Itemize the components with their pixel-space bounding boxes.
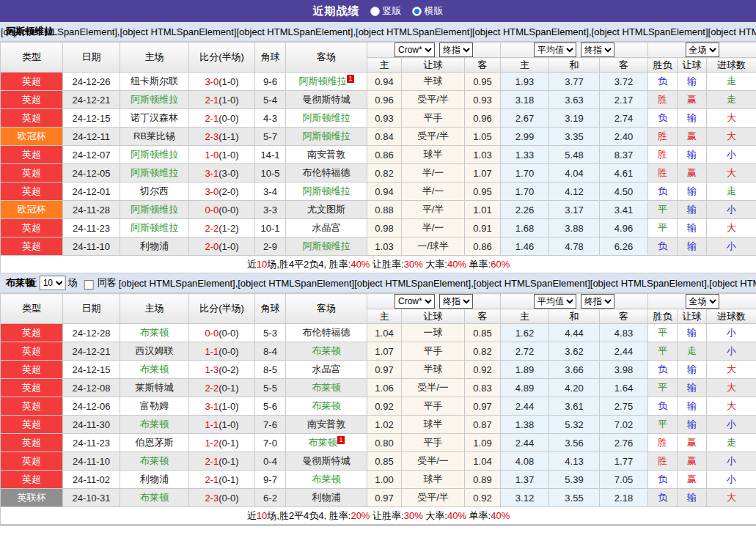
euro-away-odds: 2.74: [600, 109, 648, 128]
home-team-name: 纽卡斯尔联: [131, 75, 178, 86]
ah-away-odds: 0.89: [465, 471, 501, 489]
league-badge: 英超: [1, 434, 63, 452]
euro-home-odds: 1.70: [501, 183, 549, 201]
match-score: 1-0(1-0): [189, 146, 255, 164]
ah-away-odds: 0.95: [465, 183, 501, 201]
near-label: 近: [28, 276, 37, 290]
corner-score: 5-5: [255, 379, 286, 397]
league-badge: 英超: [1, 452, 63, 471]
handicap-line: 受半/一: [402, 452, 465, 471]
bookmaker-select[interactable]: Crow*: [394, 294, 435, 309]
match-score: 3-1(3-0): [189, 164, 255, 183]
euro-away-odds: 2.17: [600, 91, 648, 109]
home-team: 富勒姆: [120, 397, 189, 416]
radio-horizontal-icon[interactable]: [412, 7, 422, 16]
result-handicap: 输: [678, 201, 707, 219]
final-odds-1-select[interactable]: 终指: [439, 294, 473, 309]
result-outcome: 负: [648, 361, 678, 379]
match-score: 2-3(0-0): [189, 489, 255, 507]
home-team: 利物浦: [120, 471, 189, 489]
result-handicap: 输: [678, 489, 707, 507]
radio-horizontal[interactable]: 横版: [412, 4, 444, 18]
euro-home-odds: 2.72: [501, 342, 549, 361]
league-badge: 英超: [1, 324, 63, 342]
match-date: 24-12-06: [63, 397, 120, 416]
euro-away-odds: 2.76: [600, 434, 648, 452]
euro-away-odds: 2.75: [600, 397, 648, 416]
euro-draw-odds: 5.39: [549, 471, 600, 489]
euro-draw-odds: 3.17: [549, 201, 600, 219]
euro-draw-odds: 3.61: [549, 397, 600, 416]
away-team: 南安普敦: [286, 416, 367, 434]
ah-away-odds: 0.85: [465, 324, 501, 342]
league-badge: 英超: [1, 342, 63, 361]
league-badge: 英超: [1, 361, 63, 379]
ah-away-odds: 0.83: [465, 379, 501, 397]
euro-draw-odds: 3.19: [549, 109, 600, 128]
summary-segment: 近: [247, 259, 257, 270]
ah-away-odds: 1.05: [465, 128, 501, 146]
fulltime-score: 3-1: [205, 401, 219, 412]
final-odds-2-select[interactable]: 终指: [581, 43, 614, 57]
match-count-select[interactable]: 10: [40, 276, 66, 290]
league-badge: 英超: [1, 416, 63, 434]
sub-col-header: 客: [465, 309, 501, 324]
ah-home-odds: 0.86: [367, 146, 402, 164]
result-goals: 大: [707, 489, 756, 507]
table-row: 英超24-12-07阿斯顿维拉1-0(1-0)14-1南安普敦0.86球半1.0…: [1, 146, 756, 164]
halftime-score: (1-0): [219, 419, 238, 430]
halftime-score: (0-1): [219, 456, 238, 467]
euro-odds-header: 平均值终指: [501, 294, 648, 309]
handicap-line: 平手: [402, 434, 465, 452]
col-header: 类型: [1, 294, 63, 324]
result-handicap: 赢: [678, 452, 707, 471]
result-goals: 走: [707, 183, 756, 201]
handicap-line: 半/一: [402, 219, 465, 237]
ah-away-odds: 1.03: [465, 146, 501, 164]
result-handicap: 赢: [678, 471, 707, 489]
ah-home-odds: 0.92: [367, 397, 402, 416]
euro-away-odds: 3.72: [600, 73, 648, 91]
average-select[interactable]: 平均值: [534, 43, 576, 57]
match-date: 24-11-02: [63, 471, 120, 489]
handicap-line: 一/球半: [402, 237, 465, 256]
summary-row: 近10场,胜2平4负4, 胜率:20% 让胜率:30% 大率:40% 单率:40…: [1, 507, 756, 525]
bookmaker-select[interactable]: Crow*: [394, 43, 435, 57]
away-team-name: 布伦特福德: [303, 327, 351, 338]
corner-score: 2-9: [255, 237, 286, 256]
result-handicap: 输: [678, 361, 707, 379]
match-score: 0-0(0-0): [189, 324, 255, 342]
euro-away-odds: 1.77: [600, 452, 648, 471]
result-outcome: 平: [648, 379, 678, 397]
result-header: 全场: [648, 43, 756, 58]
halftime-score: (0-1): [219, 383, 238, 394]
radio-vertical-icon[interactable]: [370, 7, 380, 16]
home-team: 伯恩茅斯: [120, 434, 189, 452]
checkbox-same-venue[interactable]: [84, 280, 94, 290]
col-header: 类型: [1, 43, 63, 73]
sub-col-header: 胜负: [648, 309, 678, 324]
corner-score: 7-6: [255, 416, 286, 434]
summary-segment: 单率:: [466, 510, 491, 521]
handicap-line: 一球: [402, 324, 465, 342]
league-badge: 英超: [1, 237, 63, 256]
full-match-select[interactable]: 全场: [686, 43, 719, 57]
final-odds-2-select[interactable]: 终指: [581, 294, 614, 309]
table-row: 英超24-11-10布莱顿2-1(0-1)0-4曼彻斯特城0.85受半/一1.0…: [1, 452, 756, 471]
ah-away-odds: 1.07: [465, 164, 501, 183]
ah-home-odds: 0.88: [367, 201, 402, 219]
final-odds-1-select[interactable]: 终指: [439, 43, 473, 57]
summary-segment: 30%: [404, 259, 423, 270]
full-match-select[interactable]: 全场: [686, 294, 719, 309]
corner-score: 7-0: [255, 434, 286, 452]
league-badge: 英超: [1, 397, 63, 416]
summary-segment: 大率:: [423, 510, 447, 521]
average-select[interactable]: 平均值: [534, 294, 576, 309]
summary-segment: 40%: [491, 510, 510, 521]
radio-vertical[interactable]: 竖版: [370, 4, 402, 18]
euro-away-odds: 8.37: [600, 146, 648, 164]
corner-score: 5-4: [255, 91, 286, 109]
result-goals: 小: [707, 471, 756, 489]
league-badge: 英超: [1, 471, 63, 489]
result-handicap: 输: [678, 109, 707, 128]
